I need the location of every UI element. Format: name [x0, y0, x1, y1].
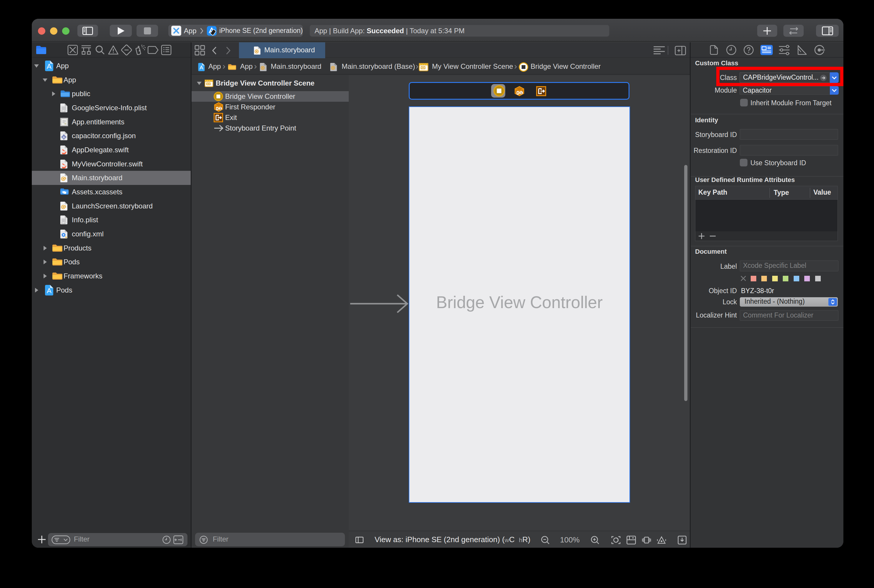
- svg-text:1: 1: [520, 91, 522, 94]
- svg-text:1: 1: [219, 107, 221, 110]
- svg-text:PLIST: PLIST: [61, 110, 66, 112]
- svg-text:B: B: [63, 135, 65, 139]
- svg-text:PLIST: PLIST: [61, 222, 66, 224]
